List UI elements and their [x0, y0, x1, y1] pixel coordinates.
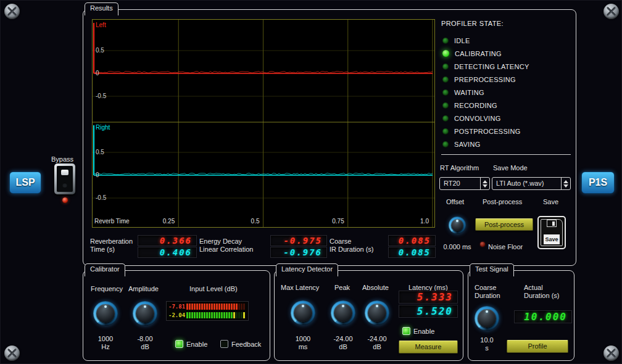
measure-button[interactable]: Measure	[399, 341, 458, 354]
svg-text:1.0: 1.0	[420, 218, 429, 225]
meter-segment	[228, 312, 230, 318]
corner-screw	[603, 4, 619, 19]
latency-enable-checkbox[interactable]	[402, 327, 410, 335]
offset-knob[interactable]	[449, 217, 466, 234]
floppy-disk-icon: Save	[541, 219, 563, 246]
svg-text:0.25: 0.25	[163, 218, 175, 225]
meter-segment	[204, 312, 205, 318]
meter-segment	[196, 312, 198, 318]
noise-floor-led	[480, 242, 485, 247]
absolute-value: -24.00	[362, 335, 392, 342]
absolute-unit: dB	[362, 343, 392, 350]
coarse-duration-knob[interactable]	[475, 306, 499, 331]
bypass-switch[interactable]	[54, 163, 75, 194]
input-level-label: Input Level (dB)	[189, 285, 238, 292]
state-led	[442, 38, 449, 44]
arrow-up-icon[interactable]	[563, 180, 568, 183]
meter-top-value: -7.81	[168, 304, 186, 310]
save-button[interactable]: Save	[537, 216, 566, 249]
amplitude-value: -8.00	[131, 335, 159, 342]
state-label: DETECTING LATENCY	[454, 63, 529, 70]
state-led	[442, 64, 449, 70]
ir-duration-left-display: 0.085	[388, 235, 436, 246]
amplitude-unit: dB	[131, 343, 159, 350]
max-latency-unit: ms	[291, 343, 315, 350]
meter-segment	[209, 304, 210, 310]
state-label: CALIBRATING	[455, 50, 502, 57]
meter-segment	[209, 312, 210, 318]
profile-button[interactable]: Profile	[507, 340, 568, 353]
bypass-led	[62, 197, 68, 203]
rt-algorithm-select[interactable]: RT20	[439, 177, 490, 190]
save-mode-select[interactable]: LTI Auto (*.wav)	[492, 177, 571, 190]
arrow-down-icon[interactable]	[563, 184, 568, 188]
reverb-time-right-display: 0.406	[138, 247, 197, 258]
meter-segment	[211, 304, 213, 310]
ir-duration-label-line2: IR Duration (s)	[330, 246, 374, 253]
arrow-down-icon[interactable]	[483, 184, 487, 188]
spinner-arrows-icon[interactable]	[480, 178, 489, 189]
absolute-knob[interactable]	[365, 300, 389, 325]
post-process-label: Post-process	[483, 198, 522, 205]
meter-segment	[199, 312, 201, 318]
corner-screw	[4, 4, 20, 19]
spinner-arrows-icon[interactable]	[561, 178, 570, 189]
meter-segment	[236, 312, 238, 318]
state-led	[442, 128, 449, 134]
ir-graph: Left0.50-0.5Right0.50-0.5Reverb Time0.25…	[92, 19, 435, 228]
energy-decay-label-line1: Energy Decay	[199, 238, 242, 245]
reverb-time-left-display: 0.366	[138, 235, 197, 246]
profiler-state-item: RECORDING	[442, 99, 529, 112]
meter-segment	[199, 304, 201, 310]
state-label: CONVOLVING	[454, 115, 501, 122]
latency-detector-tab: Latency Detector	[276, 263, 338, 276]
ir-duration-right-display: 0.085	[388, 247, 436, 258]
post-process-button[interactable]: Post-process	[475, 218, 533, 231]
p1s-logo-button[interactable]: P1S	[581, 172, 615, 194]
save-mode-value: LTI Auto (*.wav)	[492, 178, 561, 189]
frequency-unit: Hz	[93, 343, 118, 350]
lsp-logo-button[interactable]: LSP	[9, 172, 41, 194]
peak-knob[interactable]	[331, 300, 355, 325]
state-led	[442, 77, 449, 83]
calibrator-enable-label: Enable	[186, 341, 207, 348]
frequency-value: 1000	[93, 335, 118, 342]
svg-text:0.5: 0.5	[251, 218, 260, 225]
energy-decay-right-display: -0.976	[270, 247, 327, 258]
profiler-state-title: PROFILER STATE:	[441, 20, 504, 27]
peak-label: Peak	[334, 284, 350, 291]
meter-segment	[196, 304, 198, 310]
coarse-duration-label-line2: Duration	[475, 292, 500, 299]
coarse-duration-label-line1: Coarse	[475, 284, 496, 291]
calibrator-tab: Calibrator	[85, 263, 125, 276]
separator-line	[441, 154, 571, 155]
svg-text:0: 0	[96, 172, 99, 178]
meter-segment	[186, 312, 188, 318]
profiler-state-item: SAVING	[442, 138, 529, 151]
state-led	[442, 89, 449, 96]
profiler-state-item: POSTPROCESSING	[442, 125, 529, 138]
meter-segment	[191, 304, 193, 310]
arrow-up-icon[interactable]	[483, 180, 487, 183]
peak-value: -24.00	[328, 335, 358, 342]
amplitude-knob[interactable]	[133, 301, 157, 326]
calibrator-enable-checkbox[interactable]	[175, 340, 183, 348]
meter-segment	[226, 304, 228, 310]
state-label: PREPROCESSING	[454, 76, 516, 83]
latency-enable-label: Enable	[413, 328, 434, 335]
offset-value: 0.000 ms	[431, 243, 483, 250]
results-tab[interactable]: Results	[85, 2, 118, 15]
meter-segment	[201, 304, 203, 310]
max-latency-knob[interactable]	[291, 300, 315, 325]
energy-decay-label-line2: Linear Correlation	[199, 246, 253, 253]
state-label: IDLE	[454, 37, 470, 44]
profiler-state-item: IDLE	[442, 34, 529, 47]
svg-text:Reverb Time: Reverb Time	[94, 218, 130, 225]
profiler-state-item: DETECTING LATENCY	[442, 60, 529, 73]
meter-segment	[214, 304, 215, 310]
feedback-checkbox[interactable]	[220, 340, 228, 348]
svg-text:0.5: 0.5	[96, 149, 104, 155]
meter-segment	[186, 304, 188, 310]
amplitude-label: Amplitude	[128, 285, 159, 292]
frequency-knob[interactable]	[93, 301, 118, 326]
